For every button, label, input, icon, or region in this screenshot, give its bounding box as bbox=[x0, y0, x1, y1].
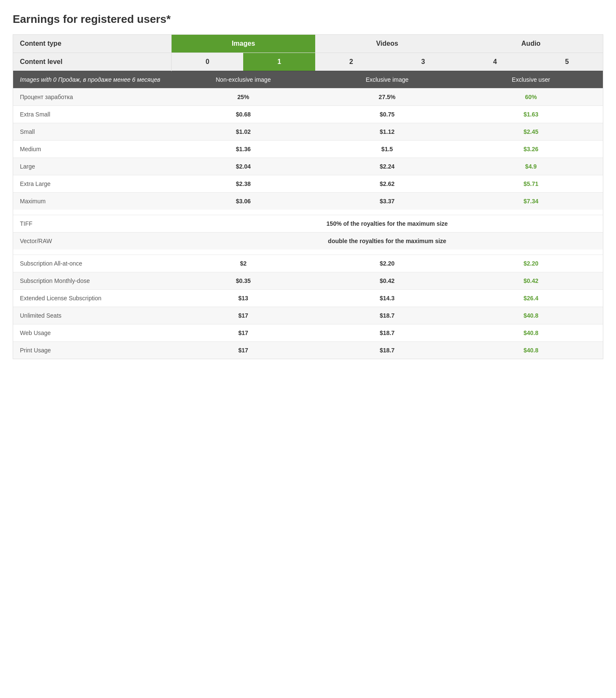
dark-header-label: Images with 0 Продаж, в продаже менее 6 … bbox=[13, 71, 171, 89]
row-label: Extra Small bbox=[13, 106, 171, 123]
level-1-header: 1 bbox=[243, 53, 315, 71]
separator-row bbox=[13, 210, 603, 215]
tiff-label: TIFF bbox=[13, 215, 171, 233]
excl-user-val: $40.8 bbox=[459, 324, 603, 342]
row-label: Процент заработка bbox=[13, 89, 171, 106]
excl-user-val: $2.45 bbox=[459, 123, 603, 141]
non-excl-val: $0.35 bbox=[171, 272, 315, 290]
table-row: Maximum $3.06 $3.37 $7.34 bbox=[13, 193, 603, 210]
level-2-header: 2 bbox=[315, 53, 387, 71]
table-row: Subscription Monthly-dose $0.35 $0.42 $0… bbox=[13, 272, 603, 290]
excl-img-val: 27.5% bbox=[315, 89, 459, 106]
table-row: Процент заработка 25% 27.5% 60% bbox=[13, 89, 603, 106]
row-label: Subscription All-at-once bbox=[13, 255, 171, 272]
non-excl-val: $17 bbox=[171, 342, 315, 359]
vector-raw-row: Vector/RAW double the royalties for the … bbox=[13, 233, 603, 250]
excl-user-val: $1.63 bbox=[459, 106, 603, 123]
non-excl-val: 25% bbox=[171, 89, 315, 106]
table-row: Web Usage $17 $18.7 $40.8 bbox=[13, 324, 603, 342]
excl-img-val: $2.20 bbox=[315, 255, 459, 272]
category-header-row: Images with 0 Продаж, в продаже менее 6 … bbox=[13, 71, 603, 89]
non-excl-val: $0.68 bbox=[171, 106, 315, 123]
row-label: Web Usage bbox=[13, 324, 171, 342]
row-label: Large bbox=[13, 158, 171, 175]
images-header: Images bbox=[171, 35, 315, 53]
table-row: Unlimited Seats $17 $18.7 $40.8 bbox=[13, 307, 603, 324]
non-excl-val: $3.06 bbox=[171, 193, 315, 210]
non-exclusive-label: Non-exclusive image bbox=[171, 71, 315, 89]
excl-img-val: $1.12 bbox=[315, 123, 459, 141]
audio-header: Audio bbox=[459, 35, 603, 53]
excl-user-val: $2.20 bbox=[459, 255, 603, 272]
non-excl-val: $17 bbox=[171, 307, 315, 324]
excl-user-val: $3.26 bbox=[459, 141, 603, 158]
excl-user-val: $4.9 bbox=[459, 158, 603, 175]
non-excl-val: $2 bbox=[171, 255, 315, 272]
excl-user-val: $26.4 bbox=[459, 290, 603, 307]
exclusive-image-label: Exclusive image bbox=[315, 71, 459, 89]
non-excl-val: $2.04 bbox=[171, 158, 315, 175]
row-label: Unlimited Seats bbox=[13, 307, 171, 324]
level-0-header: 0 bbox=[171, 53, 243, 71]
row-label: Extra Large bbox=[13, 175, 171, 193]
non-excl-val: $1.36 bbox=[171, 141, 315, 158]
excl-img-val: $3.37 bbox=[315, 193, 459, 210]
row-label: Subscription Monthly-dose bbox=[13, 272, 171, 290]
vector-raw-label: Vector/RAW bbox=[13, 233, 171, 250]
tiff-value: 150% of the royalties for the maximum si… bbox=[171, 215, 603, 233]
excl-user-val: $40.8 bbox=[459, 342, 603, 359]
separator-row-2 bbox=[13, 249, 603, 255]
level-4-header: 4 bbox=[459, 53, 531, 71]
non-excl-val: $1.02 bbox=[171, 123, 315, 141]
row-label: Extended License Subscription bbox=[13, 290, 171, 307]
videos-header: Videos bbox=[315, 35, 459, 53]
excl-img-val: $2.24 bbox=[315, 158, 459, 175]
table-row: Small $1.02 $1.12 $2.45 bbox=[13, 123, 603, 141]
table-row: Medium $1.36 $1.5 $3.26 bbox=[13, 141, 603, 158]
excl-img-val: $18.7 bbox=[315, 307, 459, 324]
excl-img-val: $1.5 bbox=[315, 141, 459, 158]
tiff-row: TIFF 150% of the royalties for the maxim… bbox=[13, 215, 603, 233]
excl-user-val: $5.71 bbox=[459, 175, 603, 193]
vector-raw-value: double the royalties for the maximum siz… bbox=[171, 233, 603, 250]
excl-img-val: $0.42 bbox=[315, 272, 459, 290]
table-row: Extended License Subscription $13 $14.3 … bbox=[13, 290, 603, 307]
table-row: Extra Large $2.38 $2.62 $5.71 bbox=[13, 175, 603, 193]
table-row: Large $2.04 $2.24 $4.9 bbox=[13, 158, 603, 175]
row-label: Small bbox=[13, 123, 171, 141]
row-label: Print Usage bbox=[13, 342, 171, 359]
excl-img-val: $2.62 bbox=[315, 175, 459, 193]
exclusive-user-label: Exclusive user bbox=[459, 71, 603, 89]
excl-user-val: $0.42 bbox=[459, 272, 603, 290]
content-level-header: Content level bbox=[13, 53, 171, 71]
table-row: Print Usage $17 $18.7 $40.8 bbox=[13, 342, 603, 359]
excl-user-val: $7.34 bbox=[459, 193, 603, 210]
level-5-header: 5 bbox=[531, 53, 603, 71]
row-label: Maximum bbox=[13, 193, 171, 210]
table-row: Extra Small $0.68 $0.75 $1.63 bbox=[13, 106, 603, 123]
non-excl-val: $13 bbox=[171, 290, 315, 307]
excl-user-val: 60% bbox=[459, 89, 603, 106]
non-excl-val: $17 bbox=[171, 324, 315, 342]
table-row: Subscription All-at-once $2 $2.20 $2.20 bbox=[13, 255, 603, 272]
excl-img-val: $14.3 bbox=[315, 290, 459, 307]
non-excl-val: $2.38 bbox=[171, 175, 315, 193]
excl-img-val: $0.75 bbox=[315, 106, 459, 123]
content-type-header: Content type bbox=[13, 35, 171, 53]
page-title: Earnings for registered users* bbox=[13, 13, 603, 26]
excl-user-val: $40.8 bbox=[459, 307, 603, 324]
row-label: Medium bbox=[13, 141, 171, 158]
excl-img-val: $18.7 bbox=[315, 342, 459, 359]
level-3-header: 3 bbox=[387, 53, 459, 71]
excl-img-val: $18.7 bbox=[315, 324, 459, 342]
